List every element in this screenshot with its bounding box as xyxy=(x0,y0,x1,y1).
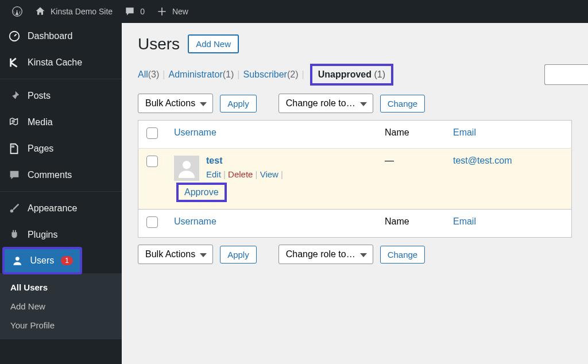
pin-icon xyxy=(8,90,21,102)
pages-icon xyxy=(8,142,21,155)
kinsta-icon xyxy=(8,56,21,69)
sidebar-item-label: Comments xyxy=(28,170,72,180)
table-row: test Edit | Delete | View | Approve — te… xyxy=(138,149,572,210)
site-name: Kinsta Demo Site xyxy=(51,7,113,16)
bulk-actions-select[interactable]: Bulk Actions xyxy=(138,94,213,113)
page-title: Users xyxy=(138,35,180,53)
tablenav-top: Bulk Actions Apply Change role to… Chang… xyxy=(138,94,572,113)
sidebar-item-label: Pages xyxy=(28,144,53,154)
approve-button[interactable]: Approve xyxy=(176,183,227,202)
sidebar-item-media[interactable]: Media xyxy=(0,109,122,135)
cell-name: — xyxy=(377,149,445,210)
sidebar-item-appearance[interactable]: Appearance xyxy=(0,195,122,222)
col-email-bottom[interactable]: Email xyxy=(453,216,476,226)
sidebar-item-comments[interactable]: Comments xyxy=(0,162,122,188)
comments-link[interactable]: 0 xyxy=(118,6,150,17)
svg-point-2 xyxy=(11,119,15,123)
search-input[interactable] xyxy=(544,64,588,85)
avatar xyxy=(174,156,199,181)
filter-all-count: (3) xyxy=(148,69,160,80)
col-username-bottom[interactable]: Username xyxy=(174,216,216,226)
sidebar-item-label: Kinsta Cache xyxy=(28,57,82,68)
change-role-select[interactable]: Change role to… xyxy=(278,94,373,113)
select-all-checkbox-bottom[interactable] xyxy=(146,216,158,228)
wordpress-icon xyxy=(11,6,23,17)
comment-icon xyxy=(124,6,136,17)
filter-links: All (3) | Administrator (1) | Subscriber… xyxy=(138,64,572,86)
comments-count: 0 xyxy=(140,7,145,16)
new-link[interactable]: New xyxy=(150,6,194,17)
sidebar-item-users[interactable]: Users 1 xyxy=(3,248,81,273)
filter-subscriber[interactable]: Subscriber xyxy=(243,69,287,80)
sidebar-item-label: Posts xyxy=(28,91,51,101)
sidebar-item-posts[interactable]: Posts xyxy=(0,83,122,109)
col-email[interactable]: Email xyxy=(453,127,476,137)
filter-admin-count: (1) xyxy=(223,69,234,80)
wp-logo[interactable] xyxy=(6,6,29,17)
sidebar-item-dashboard[interactable]: Dashboard xyxy=(0,23,122,49)
sidebar-item-kinsta[interactable]: Kinsta Cache xyxy=(0,49,122,76)
sidebar-item-label: Plugins xyxy=(28,230,57,240)
menu-separator xyxy=(0,188,122,192)
col-name-bottom: Name xyxy=(377,210,445,238)
users-submenu: All Users Add New Your Profile xyxy=(0,273,122,339)
filter-all[interactable]: All xyxy=(138,69,148,80)
email-link[interactable]: test@test.com xyxy=(453,156,512,165)
filter-subscriber-count: (2) xyxy=(287,69,299,80)
bulk-actions-select-bottom[interactable]: Bulk Actions xyxy=(138,245,213,264)
change-button[interactable]: Change xyxy=(380,95,425,113)
admin-sidebar: Dashboard Kinsta Cache Posts Media Pages… xyxy=(0,23,122,364)
submenu-profile[interactable]: Your Profile xyxy=(0,316,122,335)
sidebar-item-label: Media xyxy=(28,117,53,127)
add-new-button[interactable]: Add New xyxy=(188,34,239,53)
change-button-bottom[interactable]: Change xyxy=(380,246,425,264)
select-all-checkbox[interactable] xyxy=(146,127,158,139)
admin-bar: Kinsta Demo Site 0 New xyxy=(0,0,588,23)
svg-point-4 xyxy=(16,257,20,261)
col-name: Name xyxy=(377,121,445,149)
apply-button-bottom[interactable]: Apply xyxy=(220,246,257,264)
submenu-all-users[interactable]: All Users xyxy=(0,278,122,297)
media-icon xyxy=(8,116,21,129)
sidebar-item-label: Dashboard xyxy=(28,31,72,41)
col-username[interactable]: Username xyxy=(174,127,216,137)
brush-icon xyxy=(8,202,21,215)
comments-icon xyxy=(8,169,21,181)
plus-icon xyxy=(156,6,168,17)
view-link[interactable]: View xyxy=(260,169,278,179)
user-icon xyxy=(11,254,24,267)
submenu-add-new[interactable]: Add New xyxy=(0,297,122,316)
plugin-icon xyxy=(8,229,21,241)
users-table: Username Name Email test Edit | xyxy=(138,120,572,238)
change-role-select-bottom[interactable]: Change role to… xyxy=(278,245,373,264)
svg-point-5 xyxy=(183,161,191,169)
sidebar-item-label: Appearance xyxy=(28,203,77,214)
sidebar-item-label: Users xyxy=(30,255,55,266)
delete-link[interactable]: Delete xyxy=(228,169,253,179)
sidebar-item-pages[interactable]: Pages xyxy=(0,135,122,162)
users-badge: 1 xyxy=(61,256,73,265)
apply-button[interactable]: Apply xyxy=(220,95,257,113)
menu-separator xyxy=(0,76,122,79)
filter-administrator[interactable]: Administrator xyxy=(169,69,223,80)
dashboard-icon xyxy=(8,30,21,42)
new-label: New xyxy=(172,7,188,16)
row-actions: Edit | Delete | View | xyxy=(206,169,283,179)
main-content: Users Add New All (3) | Administrator (1… xyxy=(122,23,588,282)
tablenav-bottom: Bulk Actions Apply Change role to… Chang… xyxy=(138,245,572,264)
site-link[interactable]: Kinsta Demo Site xyxy=(29,6,118,17)
sidebar-item-plugins[interactable]: Plugins xyxy=(0,222,122,248)
svg-point-3 xyxy=(10,210,14,213)
username-link[interactable]: test xyxy=(206,156,222,165)
row-checkbox[interactable] xyxy=(146,156,158,167)
edit-link[interactable]: Edit xyxy=(206,169,221,179)
filter-unapproved[interactable]: Unapproved (1) xyxy=(310,64,393,86)
home-icon xyxy=(34,6,46,17)
active-arrow xyxy=(122,256,127,268)
